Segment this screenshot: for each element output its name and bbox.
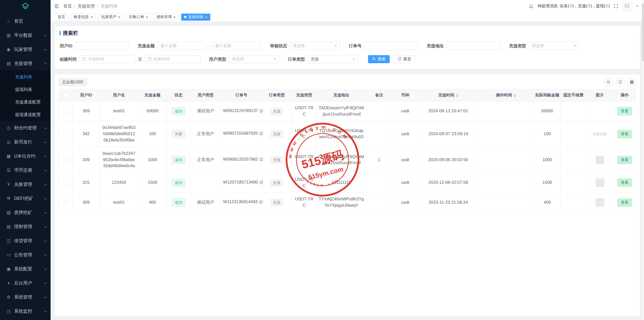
sidebar-item-new-coin[interactable]: ◎新币发行 [0,135,51,149]
row-checkbox[interactable] [63,180,68,185]
sidebar-item-withdraw-channel-config[interactable]: 提现通道配置 [0,108,51,121]
image-thumbnail[interactable] [596,198,604,207]
image-thumbnail[interactable] [596,179,604,187]
tab-auth-management[interactable]: 授权管理× [153,14,179,21]
tab-close-icon[interactable]: × [173,15,176,19]
tab-close-icon[interactable]: × [91,15,93,19]
fullscreen-icon[interactable] [614,4,618,9]
order-type-select[interactable]: 充值 [308,55,358,63]
sidebar-item-backend-users[interactable]: ◕后台用户 [0,276,51,290]
sidebar-item-second-contract[interactable]: ◷秒合约管理 [0,121,51,135]
copy-icon[interactable] [259,200,263,206]
audit-status-select[interactable]: 请选择 [290,42,340,50]
total-amount-chip[interactable]: 总金额1000 [59,78,87,86]
recharge-address-input[interactable] [447,42,500,50]
tab-close-icon[interactable]: × [205,15,207,19]
order-no-input[interactable] [364,42,418,50]
view-button[interactable]: 查看 [617,107,632,115]
column-header-operate_time[interactable]: 操作时间 [478,89,534,101]
sidebar-item-system-monitor[interactable]: ◳系统监控 [0,304,51,318]
recharge-type-select[interactable]: 请选择 [529,42,579,50]
sidebar-item-staking-mining[interactable]: ▨质押挖矿 [0,205,51,220]
sidebar-item-recharge-management[interactable]: ▤充值管理 [0,56,51,70]
cell-amount: 100 [138,121,167,147]
cell-status: 成功 [167,147,190,173]
sidebar-item-recharge-list[interactable]: 充值列表 [0,70,51,83]
breadcrumb-item[interactable]: 充值管理 [78,3,95,9]
user-id-input[interactable] [75,42,129,50]
tab-player-users[interactable]: 玩家用户× [98,14,124,21]
cell-user_type: 正常用户 [190,121,221,147]
recharge-amount-min-input[interactable] [157,42,207,50]
select-all-checkbox[interactable] [63,93,68,98]
row-checkbox[interactable] [63,132,68,136]
sort-asc-icon[interactable] [513,94,516,95]
active-tab-dot [184,16,186,18]
column-header-recharge_time[interactable]: 充值时间 [418,89,478,101]
sidebar-item-finance-management[interactable]: ▧理财管理 [0,220,51,234]
table-row: 309test01400成功测试用户W1123135814493充值USDT-T… [59,193,636,212]
sidebar-item-coin-trade[interactable]: ☰币币交易 [0,163,51,177]
sidebar-item-home[interactable]: ⌂首页 [0,14,51,28]
sidebar-item-announcement-management[interactable]: ▭公告管理 [0,248,51,262]
row-checkbox[interactable] [63,158,68,162]
cell-actual_amount: 1500 [534,173,561,193]
tab-home[interactable]: 首页 [55,14,68,21]
cell-fixed_fee [561,101,586,121]
column-header-amount: 充值金额 [138,89,167,101]
copy-icon[interactable] [259,180,263,186]
sort-icons[interactable] [456,94,458,97]
reset-button[interactable]: 重置 [394,55,415,63]
tab-collection-orders[interactable]: 归集订单× [126,14,151,21]
avatar[interactable] [622,1,632,11]
create-time-end-input[interactable]: 结束时间 [145,55,200,63]
sidebar-item-exchange-management[interactable]: ¥兑换管理 [0,177,51,191]
sidebar-item-recharge-channel-config[interactable]: 充值通道配置 [0,96,51,108]
view-button[interactable]: 查看 [617,130,632,138]
sort-asc-icon[interactable] [456,94,458,95]
sort-icons[interactable] [513,94,516,97]
row-checkbox[interactable] [63,200,68,205]
app-logo[interactable] [0,0,51,14]
sidebar-item-player-management[interactable]: ◉玩家管理 [0,42,51,56]
sidebar-item-system-management[interactable]: ⚙系统管理 [0,290,51,304]
recharge-amount-max-input[interactable] [212,42,261,50]
copy-icon[interactable] [259,109,263,115]
sidebar-item-u-contract[interactable]: ▦U本位合约 [0,149,51,163]
search-button[interactable]: 搜索 [368,55,390,63]
copy-icon[interactable] [259,157,263,163]
create-time-start-input[interactable]: 开始时间 [79,55,135,63]
user-menu-caret-icon[interactable] [636,6,638,7]
row-checkbox[interactable] [63,109,68,114]
page-scrollbar[interactable] [642,0,644,320]
tab-account-change[interactable]: 账变信息× [71,14,96,21]
tab-label: 归集订单 [129,15,144,19]
sidebar-item-defi-mining[interactable]: ⚒DEFI挖矿 [0,191,51,205]
toggle-search-icon[interactable] [604,78,613,86]
breadcrumb-item[interactable]: 充值列表 [100,3,117,9]
collapse-sidebar-icon[interactable] [54,4,60,9]
coin-icon: ◎ [6,139,12,145]
sidebar-item-platform-data[interactable]: ▥平台数据 [0,28,51,42]
tab-close-icon[interactable]: × [146,15,148,19]
tab-close-icon[interactable]: × [118,15,120,19]
tab-recharge-list[interactable]: 充值列表× [181,14,210,21]
copy-icon[interactable] [259,131,263,137]
sidebar-item-withdraw-list[interactable]: 提现列表 [0,83,51,96]
scrollbar-thumb[interactable] [642,4,644,61]
view-button[interactable]: 查看 [617,179,632,187]
pending-count: 0 [587,4,590,8]
image-thumbnail[interactable] [596,156,604,164]
sort-desc-icon[interactable] [456,96,458,97]
sort-desc-icon[interactable] [513,96,516,97]
sidebar-item-system-config[interactable]: ▣系统配置 [0,262,51,276]
refresh-icon[interactable] [616,78,624,86]
user-type-select[interactable]: 请选择 [229,55,279,63]
column-settings-icon[interactable] [627,78,636,86]
pending-label: 提现( [596,4,605,8]
view-button[interactable]: 查看 [617,156,632,164]
breadcrumb-item[interactable]: 首页 [63,3,72,9]
view-button[interactable]: 查看 [617,198,632,207]
notification-bell-icon[interactable] [529,4,534,9]
sidebar-item-lending-management[interactable]: ◫借贷管理 [0,234,51,248]
